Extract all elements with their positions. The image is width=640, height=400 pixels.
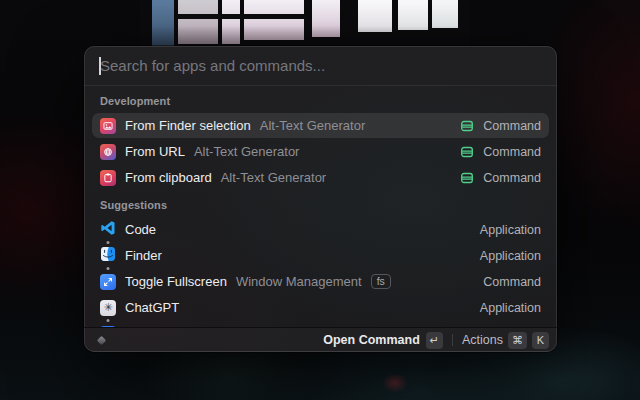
fullscreen-icon [100, 274, 116, 290]
alt-text-extension-icon [460, 119, 474, 133]
row-title: From Finder selection [125, 118, 251, 133]
list-item-chatgpt[interactable]: ✳ ChatGPT Application [92, 295, 549, 320]
enter-key-badge: ↵ [426, 332, 443, 349]
search-bar [84, 46, 557, 86]
list-item-from-url[interactable]: From URL Alt-Text Generator Command [92, 139, 549, 164]
running-indicator [107, 319, 110, 322]
alt-text-extension-icon [460, 145, 474, 159]
finder-icon [100, 246, 116, 266]
cmd-key-badge: ⌘ [508, 332, 527, 349]
clipboard-icon [100, 170, 116, 186]
k-key-badge: K [532, 332, 549, 349]
row-title: ChatGPT [125, 300, 179, 315]
search-input[interactable] [84, 46, 557, 85]
results-list: Development From Finder selection Alt-Te… [84, 87, 557, 327]
row-type: Application [480, 249, 541, 263]
alt-text-image-icon [100, 118, 116, 134]
list-item-toggle-fullscreen[interactable]: Toggle Fullscreen Window Management fs C… [92, 269, 549, 294]
row-title: Code [125, 222, 156, 237]
chatgpt-icon: ✳ [100, 300, 116, 316]
list-item-from-finder-selection[interactable]: From Finder selection Alt-Text Generator… [92, 113, 549, 138]
section-header-suggestions: Suggestions [92, 191, 549, 217]
row-type: Command [483, 119, 541, 133]
row-type: Application [480, 223, 541, 237]
running-indicator [107, 241, 110, 244]
vscode-icon [100, 220, 116, 240]
text-caret [99, 57, 101, 75]
row-subtitle: Window Management [236, 274, 362, 289]
row-subtitle: Alt-Text Generator [194, 144, 300, 159]
section-header-development: Development [92, 87, 549, 113]
row-title: From clipboard [125, 170, 212, 185]
actions-button[interactable]: Actions ⌘ K [462, 332, 549, 349]
globe-icon [100, 144, 116, 160]
launcher-window: Development From Finder selection Alt-Te… [84, 46, 557, 352]
list-item-code[interactable]: Code Application [92, 217, 549, 242]
open-command-button[interactable]: Open Command [323, 333, 420, 347]
actions-label: Actions [462, 333, 503, 347]
list-item-finder[interactable]: Finder Application [92, 243, 549, 268]
row-title: Toggle Fullscreen [125, 274, 227, 289]
row-type: Command [483, 145, 541, 159]
alias-badge: fs [371, 274, 391, 290]
row-title: From URL [125, 144, 185, 159]
row-type: Command [483, 171, 541, 185]
footer-bar: Open Command ↵ Actions ⌘ K [84, 327, 557, 352]
row-type: Application [480, 301, 541, 315]
running-indicator [107, 267, 110, 270]
raycast-logo-icon [94, 333, 109, 348]
row-subtitle: Alt-Text Generator [260, 118, 366, 133]
row-subtitle: Alt-Text Generator [221, 170, 327, 185]
alt-text-extension-icon [460, 171, 474, 185]
footer-divider [452, 334, 453, 346]
row-title: Finder [125, 248, 162, 263]
row-type: Command [483, 275, 541, 289]
list-item-from-clipboard[interactable]: From clipboard Alt-Text Generator Comman… [92, 165, 549, 190]
